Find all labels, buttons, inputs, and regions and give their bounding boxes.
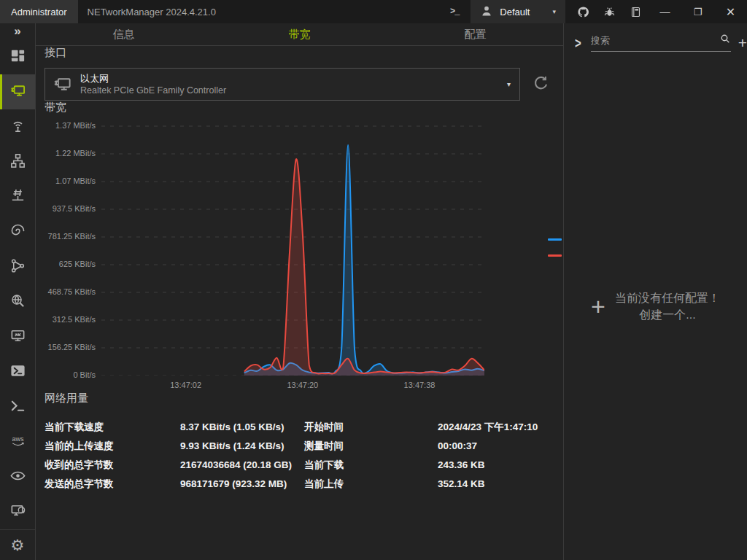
tab-configuration[interactable]: 配置 — [387, 23, 563, 45]
interface-section-header: 接口 — [44, 46, 554, 59]
network-usage-stats: 当前下载速度8.37 KBit/s (1.05 KB/s)开始时间2024/4/… — [44, 421, 554, 490]
bandwidth-section-header: 带宽 — [44, 101, 554, 114]
close-button[interactable]: ✕ — [714, 0, 747, 23]
stat-label: 开始时间 — [304, 421, 438, 433]
bug-report-icon[interactable] — [596, 0, 622, 23]
stat-value: 21674036684 (20.18 GB) — [180, 459, 304, 471]
x-tick-label: 13:47:20 — [279, 381, 326, 389]
sidebar-item-settings[interactable]: ⚙ — [0, 530, 35, 560]
y-tick-label: 156.25 KBit/s — [48, 343, 96, 351]
y-tick-label: 625 KBit/s — [59, 260, 96, 268]
stat-value: 968171679 (923.32 MB) — [180, 478, 304, 490]
sidebar-item-terminal[interactable] — [0, 389, 35, 424]
maximize-button[interactable]: ❐ — [681, 0, 714, 23]
wake-on-lan-icon — [9, 502, 26, 522]
upload-series-area — [244, 159, 484, 376]
expand-chevrons-icon[interactable]: » — [0, 23, 35, 39]
sidebar-item-powershell[interactable] — [0, 354, 35, 389]
upload-series-line — [244, 159, 484, 373]
dns-lookup-icon — [9, 292, 26, 312]
wlan-icon — [9, 117, 26, 137]
y-tick-label: 468.75 KBit/s — [48, 287, 96, 296]
search-icon — [719, 33, 731, 47]
y-tick-label: 781.25 KBit/s — [48, 232, 96, 241]
sidebar-item-wake-on-lan[interactable] — [0, 494, 35, 529]
y-tick-label: 1.37 MBit/s — [55, 121, 96, 130]
stat-label: 发送的总字节数 — [44, 478, 180, 490]
y-tick-label: 312.5 KBit/s — [53, 315, 96, 324]
stat-value: 9.93 KBit/s (1.24 KB/s) — [180, 440, 304, 452]
sidebar-item-subnet-calculator[interactable] — [0, 179, 35, 214]
stat-label: 收到的总字节数 — [44, 459, 180, 471]
discovery-eye-icon — [9, 467, 26, 487]
sidebar-item-discovery-eye[interactable] — [0, 459, 35, 494]
sidebar-item-dns-lookup[interactable] — [0, 284, 35, 319]
sidebar: » aws ⚙ — [0, 23, 36, 560]
github-icon[interactable] — [570, 0, 596, 23]
profiles-panel: > + + 当前没有任何配置！ 创建一个... — [563, 23, 747, 560]
profile-selector[interactable]: Default ▾ — [471, 0, 565, 23]
refresh-icon — [532, 74, 550, 95]
chart-plot-area — [101, 116, 484, 376]
remote-desktop-icon — [9, 327, 26, 347]
empty-message-line1: 当前没有任何配置！ — [615, 289, 720, 306]
adapter-name: 以太网 — [80, 73, 226, 84]
powershell-icon — [9, 362, 26, 382]
profile-name: Default — [500, 7, 530, 18]
sidebar-item-remote-desktop[interactable] — [0, 319, 35, 354]
stat-value: 243.36 KB — [438, 459, 554, 471]
minimize-button[interactable]: — — [649, 0, 681, 23]
admin-badge: Administrator — [0, 0, 78, 23]
stat-label: 当前下载 — [304, 459, 438, 471]
terminal-icon[interactable]: >_ — [441, 0, 468, 23]
add-profile-button[interactable]: + — [738, 35, 747, 50]
collapse-panel-icon[interactable]: > — [575, 34, 581, 51]
interface-combobox[interactable]: 以太网 Realtek PCIe GbE Family Controller ▾ — [44, 68, 520, 101]
sidebar-item-lookup[interactable] — [0, 214, 35, 249]
view-tabs: 信息带宽配置 — [36, 23, 563, 46]
y-tick-label: 0 Bit/s — [73, 370, 96, 379]
chart-x-axis: 13:47:0213:47:2013:47:38 — [101, 378, 484, 392]
empty-message-line2: 创建一个... — [615, 306, 720, 323]
admin-label: Administrator — [11, 7, 67, 18]
terminal-icon — [9, 397, 26, 417]
refresh-button[interactable] — [527, 71, 554, 98]
profile-caret-icon: ▾ — [552, 8, 556, 15]
y-tick-label: 1.07 MBit/s — [55, 176, 96, 185]
sidebar-item-connections[interactable] — [0, 249, 35, 284]
profiles-empty-state: + 当前没有任何配置！ 创建一个... — [564, 289, 747, 323]
stat-value: 352.14 KB — [438, 478, 554, 490]
ethernet-adapter-icon — [53, 74, 72, 94]
stat-value: 00:00:37 — [438, 440, 554, 452]
stat-label: 测量时间 — [304, 440, 438, 452]
dashboard-icon — [9, 47, 26, 67]
aws-icon: aws — [9, 432, 26, 452]
y-tick-label: 1.22 MBit/s — [55, 149, 96, 158]
stat-label: 当前上传 — [304, 478, 438, 490]
connections-icon — [9, 257, 26, 277]
combobox-caret-icon[interactable]: ▾ — [507, 80, 511, 88]
stat-value: 2024/4/23 下午1:47:10 — [438, 421, 554, 433]
app-title: NETworkManager 2024.4.21.0 — [88, 7, 216, 18]
x-tick-label: 13:47:38 — [396, 381, 443, 389]
titlebar: Administrator NETworkManager 2024.4.21.0… — [0, 0, 747, 23]
sidebar-item-network-topology[interactable] — [0, 144, 35, 179]
sidebar-item-dashboard[interactable] — [0, 39, 35, 74]
documentation-icon[interactable] — [622, 0, 649, 23]
lookup-icon — [9, 222, 26, 242]
bandwidth-chart: 1.37 MBit/s1.22 MBit/s1.07 MBit/s937.5 K… — [44, 116, 554, 392]
sidebar-item-network-interface[interactable] — [0, 74, 35, 109]
profile-search-field[interactable] — [591, 33, 731, 52]
settings-gear-icon: ⚙ — [11, 537, 25, 553]
tab-information[interactable]: 信息 — [36, 23, 212, 45]
titlebar-controls: >_ Default ▾ — ❐ ✕ — [441, 0, 747, 23]
sidebar-item-aws[interactable]: aws — [0, 424, 35, 459]
adapter-description: Realtek PCIe GbE Family Controller — [80, 85, 226, 96]
tab-bandwidth[interactable]: 带宽 — [212, 23, 387, 45]
create-profile-plus-icon[interactable]: + — [591, 294, 605, 319]
stat-value: 8.37 KBit/s (1.05 KB/s) — [180, 421, 304, 433]
svg-text:aws: aws — [12, 435, 24, 443]
sidebar-item-wlan[interactable] — [0, 109, 35, 144]
search-input[interactable] — [591, 35, 719, 46]
stat-label: 当前的上传速度 — [44, 440, 180, 452]
